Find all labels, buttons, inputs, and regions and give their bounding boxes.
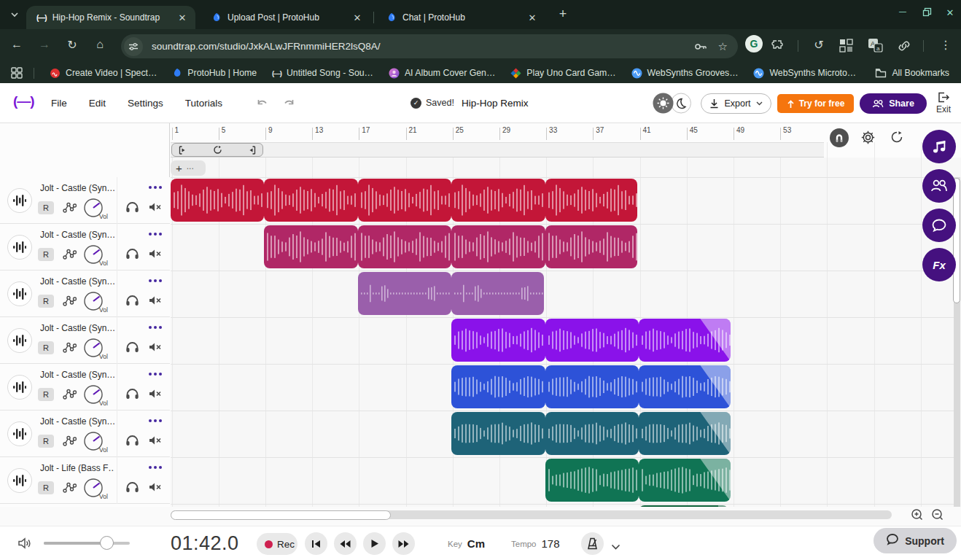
track-record-arm-button[interactable]: R xyxy=(38,341,54,354)
extensions-puzzle-icon[interactable] xyxy=(771,37,786,55)
track-solo-button[interactable] xyxy=(125,387,139,402)
redo-icon[interactable] xyxy=(281,97,296,109)
zoom-in-button[interactable] xyxy=(911,508,924,524)
bookmark-item[interactable]: (—)Untitled Song - Sou… xyxy=(272,68,373,78)
audio-clip[interactable] xyxy=(264,225,637,268)
bookmark-item[interactable]: WebSynths Grooves… xyxy=(631,68,739,79)
add-track-button[interactable]: +... xyxy=(171,160,206,176)
collaborators-button[interactable] xyxy=(922,169,956,203)
play-button[interactable] xyxy=(363,532,386,555)
audio-clip[interactable] xyxy=(451,365,731,408)
track-name[interactable]: Jolt - Castle (Syn… xyxy=(40,230,114,240)
track-menu-button[interactable] xyxy=(149,326,162,329)
track-volume-knob[interactable]: Vol xyxy=(83,431,111,454)
track-automation-button[interactable] xyxy=(63,388,77,403)
track-record-arm-button[interactable]: R xyxy=(38,388,54,401)
bookmark-item[interactable]: Create Video | Spect… xyxy=(50,68,157,79)
track-solo-button[interactable] xyxy=(125,247,139,262)
key-value[interactable]: Cm xyxy=(467,537,485,550)
tab-groups-icon[interactable] xyxy=(839,39,853,55)
track-automation-button[interactable] xyxy=(63,295,77,310)
track-menu-button[interactable] xyxy=(149,233,162,236)
track-record-arm-button[interactable]: R xyxy=(38,481,54,494)
translate-icon[interactable]: Aa xyxy=(868,38,883,56)
track-name[interactable]: Jolt - Castle (Syn… xyxy=(40,183,114,193)
tab-close-icon[interactable]: ✕ xyxy=(176,12,188,23)
snap-magnet-button[interactable] xyxy=(830,128,849,147)
link-icon[interactable] xyxy=(897,39,911,56)
browser-menu-icon[interactable]: ⋮ xyxy=(938,38,954,52)
track-mute-button[interactable] xyxy=(148,295,163,309)
vertical-scrollbar-thumb[interactable] xyxy=(953,178,960,303)
menu-settings[interactable]: Settings xyxy=(128,98,163,109)
horizontal-scrollbar-thumb[interactable] xyxy=(171,510,391,520)
rewind-button[interactable] xyxy=(334,532,357,555)
exit-button[interactable]: Exit xyxy=(930,92,957,117)
track-volume-knob[interactable]: Vol xyxy=(83,338,111,361)
window-restore-button[interactable] xyxy=(919,7,934,19)
track-solo-button[interactable] xyxy=(125,294,139,309)
loop-region-bar[interactable] xyxy=(171,143,263,157)
bookmark-item[interactable]: ProtoHub | Home xyxy=(172,68,257,78)
tempo-value[interactable]: 178 xyxy=(542,537,560,550)
forward-button[interactable]: → xyxy=(36,38,52,51)
audio-clip[interactable] xyxy=(545,459,731,502)
track-menu-button[interactable] xyxy=(149,186,162,189)
history-icon[interactable]: ↺ xyxy=(811,38,827,52)
bookmark-item[interactable]: Play Uno Card Gam… xyxy=(510,68,615,79)
project-title[interactable]: Hip-Hop Remix xyxy=(462,83,529,122)
grammarly-extension-icon[interactable]: G xyxy=(745,35,763,52)
track-record-arm-button[interactable]: R xyxy=(38,248,54,261)
track-instrument-button[interactable] xyxy=(7,468,32,493)
track-instrument-button[interactable] xyxy=(7,375,32,400)
track-volume-knob[interactable]: Vol xyxy=(83,244,111,268)
menu-tutorials[interactable]: Tutorials xyxy=(185,98,222,109)
track-instrument-button[interactable] xyxy=(7,421,32,446)
tab-search-chevron[interactable] xyxy=(7,7,22,22)
track-mute-button[interactable] xyxy=(148,388,163,402)
tab-close-icon[interactable]: ✕ xyxy=(526,12,538,23)
export-button[interactable]: Export xyxy=(701,93,771,114)
track-record-arm-button[interactable]: R xyxy=(38,435,54,448)
browser-tab[interactable]: Upload Post | ProtoHub✕ xyxy=(201,6,370,29)
track-solo-button[interactable] xyxy=(125,201,139,216)
track-record-arm-button[interactable]: R xyxy=(38,295,54,308)
track-menu-button[interactable] xyxy=(149,373,162,376)
track-mute-button[interactable] xyxy=(148,481,163,496)
track-instrument-button[interactable] xyxy=(7,281,32,306)
track-name[interactable]: Jolt - Life (Bass F… xyxy=(40,463,114,473)
bookmark-item[interactable]: AI Album Cover Gen… xyxy=(389,68,495,79)
track-menu-button[interactable] xyxy=(149,279,162,282)
audio-clip[interactable] xyxy=(451,319,731,362)
zoom-out-button[interactable] xyxy=(931,508,944,524)
password-key-icon[interactable] xyxy=(693,39,708,54)
track-record-arm-button[interactable]: R xyxy=(38,201,54,214)
soundtrap-logo[interactable]: (—) xyxy=(13,93,34,109)
track-volume-knob[interactable]: Vol xyxy=(83,478,111,501)
track-automation-button[interactable] xyxy=(63,481,77,497)
track-menu-button[interactable] xyxy=(149,466,162,469)
track-solo-button[interactable] xyxy=(125,341,139,356)
track-mute-button[interactable] xyxy=(148,248,163,262)
track-menu-button[interactable] xyxy=(149,419,162,422)
track-solo-button[interactable] xyxy=(125,434,139,449)
track-automation-button[interactable] xyxy=(63,341,77,357)
track-name[interactable]: Jolt - Castle (Syn… xyxy=(40,416,114,427)
track-instrument-button[interactable] xyxy=(7,235,32,260)
fast-forward-button[interactable] xyxy=(392,532,415,555)
audio-clip[interactable] xyxy=(358,272,544,315)
menu-file[interactable]: File xyxy=(51,98,67,109)
track-instrument-button[interactable] xyxy=(7,188,32,213)
track-name[interactable]: Jolt - Castle (Syn… xyxy=(40,370,114,380)
instruments-button[interactable] xyxy=(922,130,956,163)
settings-gear-button[interactable] xyxy=(860,130,876,148)
reload-button[interactable]: ↻ xyxy=(64,38,80,52)
chat-button[interactable] xyxy=(922,209,956,242)
master-volume-thumb[interactable] xyxy=(100,536,114,550)
url-text[interactable]: soundtrap.com/studio/JxkALwJFRnmmiHER2ls… xyxy=(152,41,693,52)
undo-icon[interactable] xyxy=(255,97,270,109)
track-mute-button[interactable] xyxy=(148,201,163,216)
try-for-free-button[interactable]: Try for free xyxy=(777,94,854,113)
url-bar[interactable]: soundtrap.com/studio/JxkALwJFRnmmiHER2ls… xyxy=(121,34,738,58)
all-bookmarks-button[interactable]: All Bookmarks xyxy=(875,67,949,79)
